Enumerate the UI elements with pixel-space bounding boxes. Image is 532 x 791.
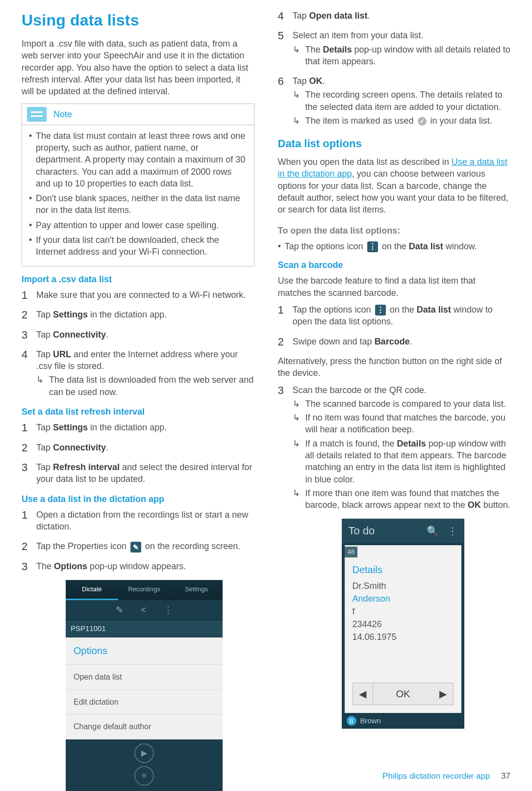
step-result: The data list is downloaded from the web… <box>36 374 254 398</box>
option-change-author[interactable]: Change default author <box>66 714 223 739</box>
details-screenshot: To do 🔍 ⋮ 48 Details Dr.Smith Anderson f… <box>342 519 464 729</box>
more-icon[interactable]: ⋮ <box>164 604 173 616</box>
avatar-icon: B <box>347 716 356 726</box>
file-name: PSP11001 <box>66 620 223 637</box>
step: Tap the Properties icon ✎ on the recordi… <box>22 540 254 552</box>
step: Tap the options icon on the Data list wi… <box>278 304 511 328</box>
list-button[interactable]: ≡ <box>134 766 154 786</box>
prev-arrow-button[interactable]: ◀ <box>353 683 373 705</box>
step-result: The recording screen opens. The details … <box>293 89 511 113</box>
body-text: Use the barcode feature to find a data l… <box>278 275 511 299</box>
note-item: Don't use blank spaces, neither in the d… <box>29 192 247 216</box>
intro-text: Import a .csv file with data, such as pa… <box>22 38 254 97</box>
step-result: If a match is found, the Details pop-up … <box>293 438 511 485</box>
step: Swipe down and tap Barcode. <box>278 336 511 347</box>
footer-title: Philips dictation recorder app <box>382 771 490 781</box>
page-heading: Using data lists <box>22 10 254 31</box>
note-item: The data list must contain at least thre… <box>29 130 247 189</box>
play-button[interactable]: ▶ <box>134 743 154 763</box>
edit-icon[interactable]: ✎ <box>116 604 123 616</box>
note-item: Pay attention to upper and lower case sp… <box>29 219 247 231</box>
step: Tap Refresh interval and select the desi… <box>22 461 254 485</box>
note-icon <box>27 107 47 122</box>
section-heading: Set a data list refresh interval <box>22 406 254 418</box>
note-label: Note <box>53 108 72 120</box>
step-result: The Details pop-up window with all detai… <box>293 44 511 68</box>
option-edit-dictation[interactable]: Edit dictation <box>66 690 223 715</box>
step-result: If more than one item was found that mat… <box>293 487 511 511</box>
share-icon[interactable]: < <box>141 604 146 616</box>
details-title: Details <box>345 558 461 580</box>
detail-row-highlighted: Anderson <box>345 592 461 605</box>
search-icon[interactable]: 🔍 <box>427 525 439 538</box>
step-result: The scanned barcode is compared to your … <box>293 398 511 410</box>
step: Tap OK. The recording screen opens. The … <box>278 75 511 127</box>
detail-row: Dr.Smith <box>345 580 461 592</box>
step: Tap Connectivity. <box>22 329 254 341</box>
section-heading: Use a data list in the dictation app <box>22 493 254 505</box>
screen-title: To do <box>349 524 418 538</box>
step: Make sure that you are connected to a Wi… <box>22 289 254 301</box>
step: Tap URL and enter the Internet address w… <box>22 348 254 398</box>
step: Tap Settings in the dictation app. <box>22 422 254 433</box>
tab-settings[interactable]: Settings <box>170 580 223 600</box>
footer-name: Brown <box>360 716 381 726</box>
tab-dictate[interactable]: Dictate <box>66 580 118 600</box>
more-icon[interactable]: ⋮ <box>448 525 457 538</box>
step: Scan the barcode or the QR code. The sca… <box>278 384 511 511</box>
step: Tap Settings in the dictation app. <box>22 309 254 320</box>
sub-heading: To open the data list options: <box>278 225 511 237</box>
used-check-icon <box>418 117 427 126</box>
body-text: When you open the data list as described… <box>278 156 511 215</box>
step-result: If no item was found that matches the ba… <box>293 412 511 436</box>
ok-button[interactable]: OK <box>373 683 433 705</box>
modal-title: Options <box>66 637 223 665</box>
note-item: If your data list can't be downloaded, c… <box>29 234 247 258</box>
step: Open a dictation from the recordings lis… <box>22 509 254 533</box>
options-screenshot: Dictate Recordings Settings ✎ < ⋮ PSP110… <box>66 580 223 791</box>
options-dots-icon <box>367 241 378 252</box>
step: Select an item from your data list. The … <box>278 29 511 67</box>
tab-recordings[interactable]: Recordings <box>118 580 171 600</box>
step: Tap Connectivity. <box>22 442 254 453</box>
detail-row: 234426 <box>345 618 461 631</box>
tag-label: 48 <box>345 547 357 557</box>
next-arrow-button[interactable]: ▶ <box>433 683 454 705</box>
step: Tap Open data list. <box>278 10 511 22</box>
step-result: The item is marked as used in your data … <box>293 115 511 127</box>
body-text: Alternatively, press the function button… <box>278 355 511 379</box>
page-footer: Philips dictation recorder app 37 <box>382 771 510 782</box>
properties-icon: ✎ <box>130 542 141 553</box>
note-box: Note The data list must contain at least… <box>22 104 254 266</box>
step: The Options pop-up window appears. <box>22 560 254 572</box>
bullet: Tap the options icon on the Data list wi… <box>278 240 511 252</box>
section-heading: Scan a barcode <box>278 259 511 271</box>
page-number: 37 <box>501 771 510 781</box>
detail-row: f <box>345 605 461 618</box>
option-open-data-list[interactable]: Open data list <box>66 665 223 690</box>
section-heading: Data list options <box>278 136 511 151</box>
section-heading: Import a .csv data list <box>22 273 254 285</box>
detail-row: 14.06.1975 <box>345 631 461 643</box>
options-dots-icon <box>375 305 386 316</box>
